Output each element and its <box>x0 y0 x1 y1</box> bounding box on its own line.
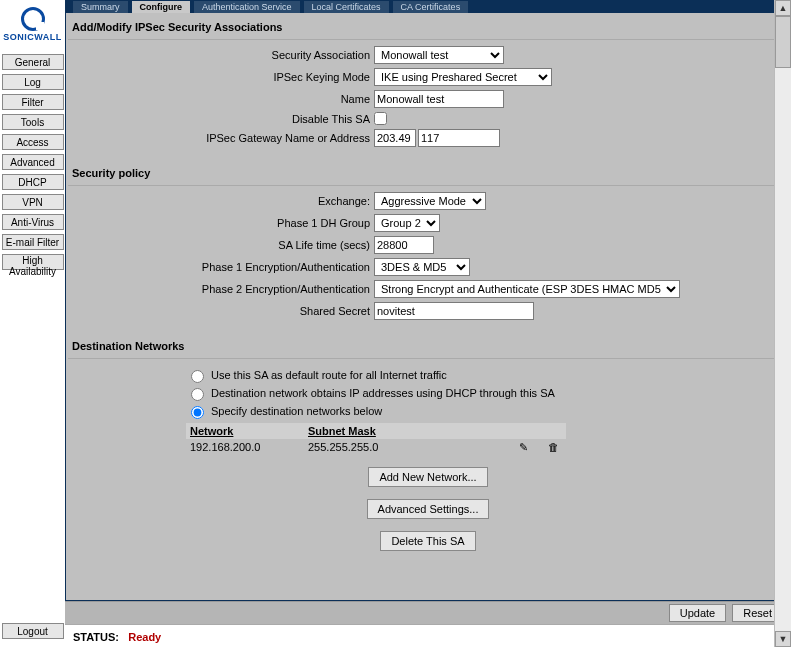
heading-ipsec: Add/Modify IPSec Security Associations <box>68 13 788 40</box>
dest-radio-specify[interactable] <box>191 406 204 419</box>
gw-input-a[interactable] <box>374 129 416 147</box>
content-panel: Add/Modify IPSec Security Associations S… <box>65 13 791 601</box>
nav-antivirus[interactable]: Anti-Virus <box>2 214 64 230</box>
secret-label: Shared Secret <box>70 305 374 317</box>
exchange-label: Exchange: <box>70 195 374 207</box>
advanced-settings-button[interactable]: Advanced Settings... <box>367 499 490 519</box>
keying-select[interactable]: IKE using Preshared Secret <box>374 68 552 86</box>
gw-label: IPSec Gateway Name or Address <box>70 132 374 144</box>
heading-policy: Security policy <box>68 161 788 186</box>
p2enc-select[interactable]: Strong Encrypt and Authenticate (ESP 3DE… <box>374 280 680 298</box>
update-button[interactable]: Update <box>669 604 726 622</box>
nav-advanced[interactable]: Advanced <box>2 154 64 170</box>
gw-input-b[interactable] <box>418 129 500 147</box>
life-input[interactable] <box>374 236 434 254</box>
logo-icon <box>21 7 45 31</box>
dest-radio-default-label: Use this SA as default route for all Int… <box>211 369 447 381</box>
nav-tools[interactable]: Tools <box>2 114 64 130</box>
top-tabs: Summary Configure Authentication Service… <box>65 0 791 13</box>
exchange-select[interactable]: Aggressive Mode <box>374 192 486 210</box>
tab-summary[interactable]: Summary <box>73 1 128 13</box>
cell-network: 192.168.200.0 <box>186 439 304 455</box>
p1enc-label: Phase 1 Encryption/Authentication <box>70 261 374 273</box>
logout-button[interactable]: Logout <box>2 623 64 639</box>
tab-auth-service[interactable]: Authentication Service <box>194 1 300 13</box>
nav-dhcp[interactable]: DHCP <box>2 174 64 190</box>
keying-label: IPSec Keying Mode <box>70 71 374 83</box>
sidebar: SONICWALL General Log Filter Tools Acces… <box>0 0 65 647</box>
logo: SONICWALL <box>2 4 64 44</box>
table-row: 192.168.200.0 255.255.255.0 ✎ 🗑 <box>186 439 566 455</box>
add-network-button[interactable]: Add New Network... <box>368 467 487 487</box>
dest-table: Network Subnet Mask 192.168.200.0 255.25… <box>186 423 566 455</box>
p1enc-select[interactable]: 3DES & MD5 <box>374 258 470 276</box>
nav-access[interactable]: Access <box>2 134 64 150</box>
disable-label: Disable This SA <box>70 113 374 125</box>
nav-emailfilter[interactable]: E-mail Filter <box>2 234 64 250</box>
dest-radio-specify-label: Specify destination networks below <box>211 405 382 417</box>
sa-label: Security Association <box>70 49 374 61</box>
nav-highavail[interactable]: High Availability <box>2 254 64 270</box>
cell-mask: 255.255.255.0 <box>304 439 462 455</box>
dest-radio-default[interactable] <box>191 370 204 383</box>
nav-general[interactable]: General <box>2 54 64 70</box>
status-label: STATUS: <box>73 631 119 643</box>
th-network: Network <box>186 423 304 439</box>
tab-ca-certs[interactable]: CA Certificates <box>393 1 469 13</box>
dh-select[interactable]: Group 2 <box>374 214 440 232</box>
tab-configure[interactable]: Configure <box>132 1 191 13</box>
heading-dest: Destination Networks <box>68 334 788 359</box>
p2enc-label: Phase 2 Encryption/Authentication <box>70 283 374 295</box>
status-value: Ready <box>128 631 161 643</box>
nav-vpn[interactable]: VPN <box>2 194 64 210</box>
status-bar: STATUS: Ready <box>65 624 791 647</box>
scroll-down-icon[interactable]: ▼ <box>775 631 791 647</box>
logo-text: SONICWALL <box>3 32 62 42</box>
dest-radio-dhcp-label: Destination network obtains IP addresses… <box>211 387 555 399</box>
nav-log[interactable]: Log <box>2 74 64 90</box>
scroll-up-icon[interactable]: ▲ <box>775 0 791 16</box>
disable-checkbox[interactable] <box>374 112 387 125</box>
th-mask: Subnet Mask <box>304 423 462 439</box>
secret-input[interactable] <box>374 302 534 320</box>
dh-label: Phase 1 DH Group <box>70 217 374 229</box>
life-label: SA Life time (secs) <box>70 239 374 251</box>
tab-local-certs[interactable]: Local Certificates <box>304 1 389 13</box>
nav-filter[interactable]: Filter <box>2 94 64 110</box>
scrollbar[interactable]: ▲ ▼ <box>774 0 791 647</box>
sa-select[interactable]: Monowall test <box>374 46 504 64</box>
scroll-thumb[interactable] <box>775 16 791 68</box>
delete-icon[interactable]: 🗑 <box>546 440 560 454</box>
footer-bar: Update Reset <box>65 601 791 624</box>
dest-radio-dhcp[interactable] <box>191 388 204 401</box>
name-input[interactable] <box>374 90 504 108</box>
delete-sa-button[interactable]: Delete This SA <box>380 531 475 551</box>
edit-icon[interactable]: ✎ <box>516 440 530 454</box>
scroll-track[interactable] <box>775 16 791 631</box>
name-label: Name <box>70 93 374 105</box>
